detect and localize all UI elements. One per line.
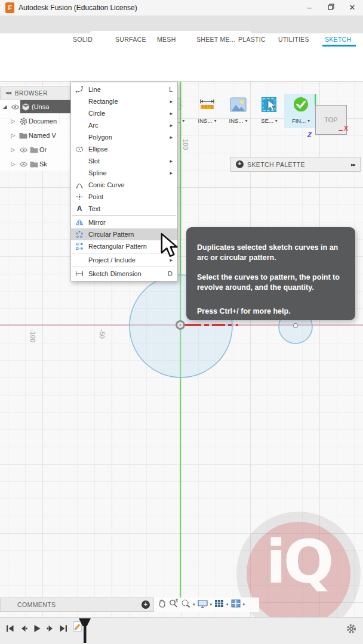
browser-header[interactable]: ◀◀ BROWSER xyxy=(0,86,70,100)
project-include-icon-slot xyxy=(74,256,85,265)
arc-icon-slot xyxy=(74,121,85,130)
toolbar-group-insert-canvas[interactable]: INS...▾ xyxy=(223,94,253,128)
tree-collapsed-icon[interactable]: ▷ xyxy=(8,132,18,138)
visibility-eye-icon[interactable] xyxy=(18,147,29,153)
timeline-bar xyxy=(0,617,363,644)
tab-sketch[interactable]: SKETCH xyxy=(325,36,351,43)
submenu-arrow-icon: ▸ xyxy=(170,134,173,140)
timeline-skip-start-button[interactable] xyxy=(6,624,14,635)
close-button[interactable]: ✕ xyxy=(342,0,363,16)
zoom-icon[interactable] xyxy=(169,599,179,611)
toolbar-group-insert-dimension[interactable]: INS...▾ xyxy=(192,94,222,128)
browser-item-unsaved[interactable]: ◢ (Unsa xyxy=(0,100,70,114)
restore-button[interactable] xyxy=(320,0,342,16)
restore-icon xyxy=(328,4,334,10)
fusion-app-icon: F xyxy=(5,2,14,13)
sketch-palette-header[interactable]: + SKETCH PALETTE ▸▸ xyxy=(230,157,361,172)
menu-item-label: Point xyxy=(88,193,173,200)
visibility-eye-icon[interactable] xyxy=(18,162,29,167)
menu-item-conic-curve[interactable]: Conic Curve xyxy=(71,179,177,191)
toolbar-group-select[interactable]: SE...▾ xyxy=(254,94,284,128)
menu-item-rectangle[interactable]: Rectangle ▸ xyxy=(71,95,177,107)
circular-pattern-tooltip: Duplicates selected sketch curves in an … xyxy=(186,227,355,320)
submenu-arrow-icon: ▸ xyxy=(170,170,173,176)
tab-utilities[interactable]: UTILITIES xyxy=(278,36,309,43)
menu-item-shortcut: L xyxy=(169,86,173,93)
toolbar-group-finish-sketch[interactable]: FIN...▾ xyxy=(284,94,318,128)
menu-item-line[interactable]: Line L xyxy=(71,83,177,95)
menu-item-label: Ellipse xyxy=(88,145,173,153)
sketch-palette-title: SKETCH PALETTE xyxy=(247,161,351,168)
insert-canvas-caret-icon: ▾ xyxy=(245,118,247,123)
tab-mesh[interactable]: MESH xyxy=(157,36,176,43)
timeline-step-forward-button[interactable] xyxy=(46,624,54,635)
tab-plastic[interactable]: PLASTIC xyxy=(238,36,266,43)
menu-item-polygon[interactable]: Polygon ▸ xyxy=(71,131,177,143)
insert-canvas-label: INS... xyxy=(229,117,244,124)
timeline-skip-end-button[interactable] xyxy=(59,624,67,635)
collapse-panel-icon[interactable]: ◀◀ xyxy=(5,91,11,95)
constraints2-caret-icon: ▾ xyxy=(182,118,184,123)
menu-item-mirror[interactable]: Mirror xyxy=(71,216,177,228)
tab-solid[interactable]: SOLID xyxy=(73,36,93,43)
minimize-button[interactable]: – xyxy=(299,0,320,16)
pan-hand-icon[interactable] xyxy=(158,599,167,611)
browser-item-sketches[interactable]: ▷ Sk xyxy=(0,157,70,171)
insert-dim-label: INS... xyxy=(198,117,213,124)
submenu-arrow-icon: ▸ xyxy=(170,110,173,116)
line-icon xyxy=(74,85,85,94)
tooltip-line-1: Duplicates selected sketch curves in an … xyxy=(197,243,344,262)
settings-gear-icon[interactable] xyxy=(346,624,356,636)
grid-settings-icon[interactable] xyxy=(214,599,224,610)
zoom-window-icon[interactable] xyxy=(181,599,190,611)
menu-item-sketch-dimension[interactable]: Sketch Dimension D xyxy=(71,268,177,280)
timeline-step-back-button[interactable] xyxy=(20,624,28,635)
insert-dim-caret-icon: ▾ xyxy=(214,118,216,123)
visibility-eye-icon[interactable] xyxy=(10,104,20,110)
viewports-caret-icon[interactable]: ▾ xyxy=(243,602,245,607)
viewports-icon[interactable] xyxy=(231,599,241,610)
menu-item-text[interactable]: A Text xyxy=(71,203,177,215)
timeline-position-marker[interactable] xyxy=(78,618,91,644)
display-caret-icon[interactable]: ▾ xyxy=(210,602,213,607)
menu-item-spline[interactable]: Spline ▸ xyxy=(71,167,177,179)
palette-plus-icon[interactable]: + xyxy=(236,160,244,168)
timeline-play-button[interactable] xyxy=(33,624,41,635)
browser-item-origin[interactable]: ▷ Or xyxy=(0,143,70,157)
display-settings-icon[interactable] xyxy=(198,599,208,611)
menu-item-circle[interactable]: Circle ▸ xyxy=(71,107,177,119)
tree-collapsed-icon[interactable]: ▷ xyxy=(8,147,18,153)
tree-collapsed-icon[interactable]: ▷ xyxy=(8,118,18,124)
browser-item-document-settings[interactable]: ▷ Documen xyxy=(0,114,70,128)
browser-item-named-views[interactable]: ▷ Named V xyxy=(0,128,70,143)
tree-expanded-icon[interactable]: ◢ xyxy=(0,104,10,110)
x-tick-neg50: -50 xyxy=(99,329,106,339)
selected-document-row[interactable]: (Unsa xyxy=(20,100,70,113)
comments-plus-icon[interactable]: + xyxy=(141,600,150,609)
menu-item-slot[interactable]: Slot ▸ xyxy=(71,155,177,167)
menu-item-ellipse[interactable]: Ellipse xyxy=(71,143,177,155)
viewcube-y-axis xyxy=(315,94,316,105)
menu-item-label: Mirror xyxy=(88,219,173,226)
menu-item-label: Rectangle xyxy=(88,98,165,105)
submenu-arrow-icon: ▸ xyxy=(170,122,173,128)
finish-sketch-icon xyxy=(292,94,310,116)
rectangle-icon-slot xyxy=(74,97,85,106)
menu-item-arc[interactable]: Arc ▸ xyxy=(71,119,177,131)
sketch-toolbar: DESIGN ▾ CR...▾ MC...▾ CC...▾ CC.. xyxy=(0,47,363,82)
tab-sheet-metal[interactable]: SHEET ME... xyxy=(196,36,236,43)
viewcube-x-axis xyxy=(339,130,343,131)
folder-icon xyxy=(29,147,39,153)
tree-collapsed-icon[interactable]: ▷ xyxy=(8,161,18,167)
menu-item-point[interactable]: Point xyxy=(71,191,177,203)
menu-item-label: Project / Include xyxy=(88,256,165,264)
menu-item-label: Text xyxy=(88,205,173,212)
browser-item-label: Documen xyxy=(29,117,57,125)
tab-surface[interactable]: SURFACE xyxy=(115,36,146,43)
zoom-window-caret-icon[interactable]: ▾ xyxy=(193,602,195,607)
watermark-logo: iQ xyxy=(236,527,361,597)
grid-caret-icon[interactable]: ▾ xyxy=(226,602,229,607)
folder-icon xyxy=(29,161,39,168)
expand-right-icon[interactable]: ▸▸ xyxy=(351,162,355,168)
comments-bar[interactable]: COMMENTS + xyxy=(0,597,154,612)
